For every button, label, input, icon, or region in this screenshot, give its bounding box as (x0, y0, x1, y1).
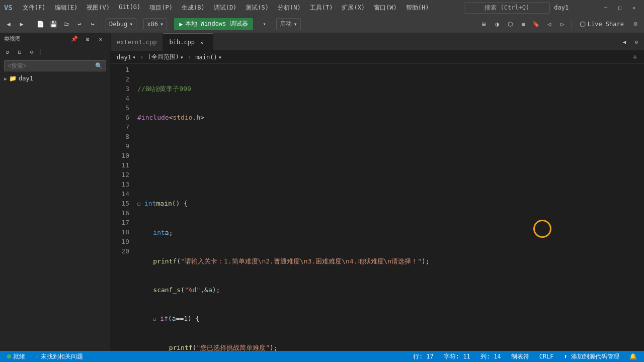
line-num-4: 4 (111, 94, 129, 103)
sidebar-close-button[interactable]: ✕ (95, 34, 106, 45)
breadcrumb-add-button[interactable]: + (630, 52, 640, 62)
startup-arrow: ▾ (294, 21, 297, 28)
breadcrumb-project[interactable]: day1 ▾ (115, 53, 138, 61)
menu-edit[interactable]: 编辑(E) (51, 3, 82, 13)
status-line-ending-label: CRLF (539, 353, 554, 360)
sidebar-title: 类视图 (4, 35, 21, 43)
menu-project[interactable]: 项目(P) (145, 3, 177, 13)
sidebar-search-box[interactable]: 🔍 (4, 60, 106, 71)
toolbar-btn-6[interactable]: ▷ (557, 19, 568, 30)
sidebar-settings2-button[interactable]: ⚙ (26, 46, 37, 57)
notification-icon: 🔔 (629, 353, 637, 360)
code-content[interactable]: //B站@黄李子999 #include<stdio.h> ⊟int main(… (133, 64, 637, 351)
collapse-5[interactable]: ⊟ (137, 199, 144, 209)
tab-bib[interactable]: bib.cpp ✕ (163, 33, 213, 51)
statusbar: 就绪 ✓ 未找到相关问题 行: 17 字符: 11 列: 14 制表符 CRLF… (0, 351, 644, 362)
sidebar-search-input[interactable] (8, 62, 95, 69)
platform-dropdown[interactable]: x86 ▾ (143, 18, 167, 30)
sidebar-header-controls: 📌 ⚙ ✕ (69, 34, 106, 45)
editor-scrollbar[interactable] (637, 64, 644, 351)
menu-debug[interactable]: 调试(D) (210, 3, 241, 13)
sidebar-settings-button[interactable]: ⚙ (82, 34, 93, 45)
menu-git[interactable]: Git(G) (115, 3, 144, 13)
line-num-18: 18 (111, 227, 129, 237)
bookmark-button[interactable]: 🔖 (531, 19, 542, 30)
title-search: 搜索 (Ctrl+Q) day1 (437, 2, 596, 14)
titlebar: VS 文件(F) 编辑(E) 视图(V) Git(G) 项目(P) 生成(B) … (0, 0, 644, 15)
run-dropdown-arrow[interactable]: ▾ (259, 19, 270, 30)
toolbar-btn-4[interactable]: ≡ (518, 19, 529, 30)
live-share-label: Live Share (588, 21, 624, 28)
status-line-ending[interactable]: CRLF (537, 353, 556, 360)
debug-config-label: Debug (109, 21, 127, 28)
save-all-button[interactable]: 🗂 (61, 19, 72, 30)
breadcrumb-function[interactable]: main() ▾ (193, 53, 224, 61)
main-area: 类视图 📌 ⚙ ✕ ↺ ⊟ ⚙ | 🔍 ▶ 📁 day1 (0, 33, 644, 351)
open-file-button[interactable]: 📄 (35, 19, 46, 30)
undo-button[interactable]: ↩ (74, 19, 85, 30)
tab-extern1[interactable]: extern1.cpp (111, 33, 163, 51)
add-source-label: 添加到源代码管理 (571, 353, 619, 360)
run-button[interactable]: ▶ 本地 Windows 调试器 (174, 18, 253, 30)
menu-help[interactable]: 帮助(H) (402, 3, 433, 13)
close-button[interactable]: ✕ (628, 3, 640, 13)
live-share-icon: ⬡ (580, 20, 586, 28)
save-button[interactable]: 💾 (48, 19, 59, 30)
breadcrumb-scope[interactable]: (全局范围) ▾ (145, 52, 186, 62)
line-num-8: 8 (111, 132, 129, 141)
line-num-17: 17 (111, 218, 129, 227)
forward-button[interactable]: ▶ (16, 19, 27, 30)
status-char[interactable]: 字符: 11 (442, 352, 472, 361)
code-line-4 (137, 170, 637, 179)
menu-build[interactable]: 生成(B) (178, 3, 209, 13)
sidebar-pin-button[interactable]: 📌 (69, 34, 80, 45)
tab-bib-close[interactable]: ✕ (198, 38, 206, 46)
breadcrumb-project-arrow: ▾ (132, 54, 136, 61)
theme-button[interactable]: ◑ (492, 19, 503, 30)
sidebar-item-day1[interactable]: ▶ 📁 day1 (0, 73, 110, 83)
sidebar-toolbar: ↺ ⊟ ⚙ | (0, 45, 110, 58)
maximize-button[interactable]: □ (614, 3, 626, 13)
status-encoding[interactable]: 制表符 (509, 352, 531, 361)
back-button[interactable]: ◀ (3, 19, 14, 30)
line-num-20: 20 (111, 246, 129, 256)
collapse-9[interactable]: ⊟ (153, 314, 160, 324)
toolbar-sep-1 (31, 20, 31, 29)
editor-area: extern1.cpp bib.cpp ✕ ◀ ⚙ day1 ▾ › (全局范围… (111, 33, 644, 351)
line-num-9: 9 (111, 141, 129, 151)
search-bar[interactable]: 搜索 (Ctrl+Q) (464, 2, 550, 14)
live-share-button[interactable]: ⬡ Live Share (576, 19, 628, 29)
minimize-button[interactable]: ─ (600, 3, 612, 13)
tab-scroll-left[interactable]: ◀ (619, 36, 630, 47)
menu-extensions[interactable]: 扩展(X) (338, 3, 369, 13)
menu-view[interactable]: 视图(V) (83, 3, 114, 13)
code-editor[interactable]: 1 2 3 4 5 6 7 8 9 10 11 12 13 14 15 16 1… (111, 64, 644, 351)
line-num-1: 1 (111, 65, 129, 74)
redo-button[interactable]: ↪ (87, 19, 98, 30)
startup-dropdown[interactable]: 启动 ▾ (276, 18, 301, 30)
sidebar-collapse-button[interactable]: ⊟ (14, 46, 25, 57)
menu-test[interactable]: 测试(S) (242, 3, 273, 13)
line-num-2: 2 (111, 74, 129, 84)
menu-tools[interactable]: 工具(T) (306, 3, 337, 13)
tab-scroll-right[interactable]: ⚙ (631, 36, 642, 47)
debug-config-dropdown[interactable]: Debug ▾ (106, 18, 136, 30)
breadcrumb-sep-2: › (188, 54, 191, 61)
toolbar-btn-5[interactable]: ◁ (544, 19, 555, 30)
menu-window[interactable]: 窗口(W) (370, 3, 401, 13)
toolbar-btn-3[interactable]: ⬡ (505, 19, 516, 30)
layout-button[interactable]: ⊞ (478, 19, 490, 30)
menu-analyze[interactable]: 分析(N) (274, 3, 305, 13)
status-col[interactable]: 列: 14 (478, 352, 503, 361)
status-no-issues[interactable]: ✓ 未找到相关问题 (33, 352, 85, 361)
sidebar-refresh-button[interactable]: ↺ (2, 46, 13, 57)
code-line-8: scanf_s("%d", &a); (137, 285, 637, 295)
notification-button[interactable]: 🔔 (627, 353, 639, 360)
breadcrumb-scope-label: (全局范围) (147, 53, 179, 61)
feedback-button[interactable]: ☺ (630, 19, 641, 30)
toolbar-sep-2 (102, 20, 102, 29)
status-line[interactable]: 行: 17 (411, 352, 436, 361)
menu-file[interactable]: 文件(F) (19, 3, 50, 13)
status-add-source[interactable]: ⬆ 添加到源代码管理 (562, 352, 621, 361)
status-ready[interactable]: 就绪 (5, 352, 27, 361)
